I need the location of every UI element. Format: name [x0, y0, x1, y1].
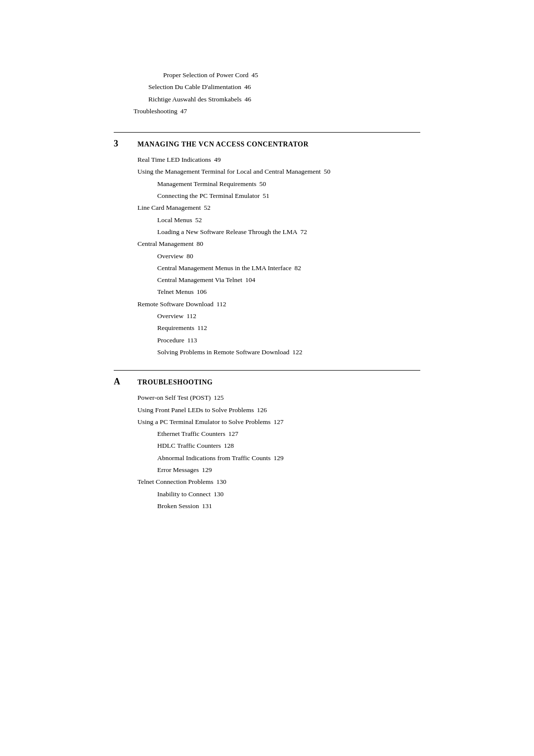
toc-item: Central Management80	[137, 238, 420, 250]
toc-item: Local Menus52	[157, 214, 420, 226]
chapter3-content: Real Time LED Indications49Using the Man…	[137, 154, 420, 358]
toc-item: Selection Du Cable D'alimentation46	[148, 81, 420, 93]
toc-item: Troubleshooting47	[134, 105, 420, 117]
page: Proper Selection of Power Cord45Selectio…	[94, 30, 440, 564]
toc-item: Richtige Auswahl des Stromkabels46	[148, 94, 420, 105]
toc-item: Broken Session131	[157, 500, 420, 512]
toc-item: Error Messages129	[157, 464, 420, 476]
chapter3-heading: 3Managing the VCN Access Concentrator	[114, 132, 420, 149]
toc-item: Telnet Connection Problems130	[137, 476, 420, 488]
toc-item: Power-on Self Test (POST)125	[137, 392, 420, 404]
toc-item: Line Card Management52	[137, 202, 420, 214]
toc-item: Using the Management Terminal for Local …	[137, 166, 420, 178]
toc-item: Central Management Via Telnet104	[157, 274, 420, 286]
appendixA-heading: ATroubleshooting	[114, 370, 420, 387]
toc-item: Using Front Panel LEDs to Solve Problems…	[137, 404, 420, 416]
toc-item: Solving Problems in Remote Software Down…	[157, 346, 420, 358]
toc-item: Real Time LED Indications49	[137, 154, 420, 166]
toc-item: Overview80	[157, 250, 420, 262]
toc-item: Overview112	[157, 310, 420, 322]
chapter3-title: Managing the VCN Access Concentrator	[137, 141, 309, 148]
toc-item: Central Management Menus in the LMA Inte…	[157, 262, 420, 274]
toc-item: Procedure113	[157, 334, 420, 346]
continuation-section: Proper Selection of Power Cord45Selectio…	[114, 69, 420, 117]
toc-item: Proper Selection of Power Cord45	[163, 69, 420, 81]
toc-item: Remote Software Download112	[137, 298, 420, 310]
toc-item: Loading a New Software Release Through t…	[157, 226, 420, 238]
chapter3-section: 3Managing the VCN Access ConcentratorRea…	[114, 132, 420, 358]
appendixA-letter: A	[114, 377, 134, 387]
chapter3-number: 3	[114, 139, 134, 149]
toc-item: Management Terminal Requirements50	[157, 178, 420, 190]
toc-item: Connecting the PC Terminal Emulator51	[157, 190, 420, 202]
toc-item: Inability to Connect130	[157, 488, 420, 500]
toc-item: Ethernet Traffic Counters127	[157, 428, 420, 440]
appendixA-title: Troubleshooting	[137, 378, 213, 386]
toc-item: Abnormal Indications from Traffic Counts…	[157, 452, 420, 464]
toc-item: HDLC Traffic Counters128	[157, 440, 420, 452]
toc-item: Telnet Menus106	[157, 286, 420, 298]
appendixA-section: ATroubleshootingPower-on Self Test (POST…	[114, 370, 420, 512]
appendixA-content: Power-on Self Test (POST)125Using Front …	[137, 392, 420, 512]
toc-item: Requirements112	[157, 322, 420, 334]
toc-item: Using a PC Terminal Emulator to Solve Pr…	[137, 416, 420, 428]
